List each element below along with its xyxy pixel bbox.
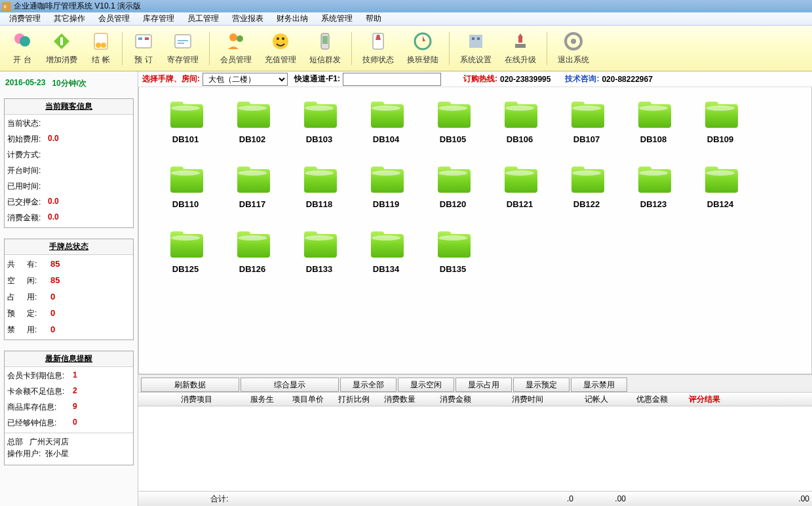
room-name: DB133 xyxy=(306,264,332,274)
menu-item[interactable]: 会员管理 xyxy=(92,12,136,26)
svg-point-32 xyxy=(305,106,334,111)
svg-rect-9 xyxy=(138,37,142,40)
menu-item[interactable]: 员工管理 xyxy=(181,12,225,26)
room-select[interactable]: 大包（二楼） xyxy=(203,73,288,86)
toolbar-button-exit[interactable]: 退出系统 xyxy=(552,28,594,68)
room-item[interactable]: DB119 xyxy=(353,164,419,209)
svg-point-46 xyxy=(639,170,668,176)
room-name: DB106 xyxy=(507,134,533,144)
toolbar-button-upgrade[interactable]: 在线升级 xyxy=(499,28,541,68)
folder-icon xyxy=(301,99,337,128)
customer-key: 开台时间: xyxy=(7,165,48,176)
folder-icon xyxy=(235,99,270,128)
hand-value: 0 xyxy=(50,324,55,336)
sum-label: 合计: xyxy=(154,494,285,505)
remind-row: 已经够钟信息:0 xyxy=(5,416,133,431)
col-time[interactable]: 消费时间 xyxy=(488,394,567,405)
main-toolbar: 开 台增加消费结 帐预 订寄存管理会员管理充值管理短信群发技师状态换班登陆系统设… xyxy=(0,26,812,71)
col-result[interactable]: 评分结果 xyxy=(678,394,731,405)
room-item[interactable]: DB125 xyxy=(152,229,219,274)
room-item[interactable]: DB120 xyxy=(419,164,486,209)
col-discount[interactable]: 优惠金额 xyxy=(626,394,678,405)
toolbar-button-settings[interactable]: 系统设置 xyxy=(455,28,497,68)
customer-row: 初始费用:0.0 xyxy=(5,132,133,147)
customer-row: 已用时间: xyxy=(5,179,133,195)
room-item[interactable]: DB106 xyxy=(486,99,553,144)
col-qty[interactable]: 消费数量 xyxy=(377,394,423,405)
toolbar-button-add[interactable]: 增加消费 xyxy=(41,28,83,68)
room-item[interactable]: DB117 xyxy=(219,164,286,209)
quick-input[interactable] xyxy=(343,73,441,86)
recharge-icon xyxy=(270,31,291,52)
svg-point-14 xyxy=(229,33,237,41)
toolbar-button-shift[interactable]: 换班登陆 xyxy=(402,28,444,68)
room-item[interactable]: DB118 xyxy=(286,164,353,209)
title-bar: 企业通咖啡厅管理系统 V10.1 演示版 xyxy=(0,0,812,12)
toolbar-label: 退出系统 xyxy=(558,54,589,66)
col-rate[interactable]: 打折比例 xyxy=(331,394,377,405)
data-header: 消费项目 服务生 项目单价 打折比例 消费数量 消费金额 消费时间 记帐人 优惠… xyxy=(138,392,812,406)
toolbar-label: 寄存管理 xyxy=(167,54,199,66)
col-price[interactable]: 项目单价 xyxy=(285,394,331,405)
room-item[interactable]: DB124 xyxy=(687,164,754,209)
room-item[interactable]: DB103 xyxy=(286,99,353,144)
room-item[interactable]: DB101 xyxy=(152,99,219,144)
room-item[interactable]: DB121 xyxy=(486,164,553,209)
room-name: DB108 xyxy=(640,134,667,144)
menu-item[interactable]: 帮助 xyxy=(359,12,388,26)
current-date: 2016-05-23 xyxy=(5,78,45,89)
hand-value: 0 xyxy=(50,292,55,303)
display-button[interactable]: 刷新数据 xyxy=(141,378,239,392)
toolbar-button-reserve[interactable]: 预 订 xyxy=(128,28,159,68)
folder-icon xyxy=(168,229,203,258)
toolbar-button-checkout[interactable]: 结 帐 xyxy=(85,28,117,68)
hand-row: 共有:85 xyxy=(5,256,133,273)
room-item[interactable]: DB123 xyxy=(620,164,687,209)
sum-qty: .0 xyxy=(442,494,573,503)
toolbar-button-tech[interactable]: 技师状态 xyxy=(357,28,399,68)
room-item[interactable]: DB107 xyxy=(553,99,620,144)
col-amount[interactable]: 消费金额 xyxy=(423,394,488,405)
room-item[interactable]: DB134 xyxy=(353,229,419,274)
col-waiter[interactable]: 服务生 xyxy=(239,394,285,405)
hand-row: 禁用:0 xyxy=(5,322,133,338)
display-button[interactable]: 综合显示 xyxy=(241,378,339,392)
menu-item[interactable]: 库存管理 xyxy=(136,12,181,26)
menu-item[interactable]: 系统管理 xyxy=(315,12,359,26)
remind-panel: 最新信息提醒 会员卡到期信息:1卡余额不足信息:2商品库存信息:9已经够钟信息:… xyxy=(4,351,134,465)
room-item[interactable]: DB108 xyxy=(620,99,687,144)
remind-key: 已经够钟信息: xyxy=(7,418,73,429)
room-item[interactable]: DB135 xyxy=(419,229,486,274)
room-name: DB117 xyxy=(239,199,265,209)
toolbar-button-open[interactable]: 开 台 xyxy=(7,28,38,68)
toolbar-button-recharge[interactable]: 充值管理 xyxy=(260,28,301,68)
toolbar-label: 短信群发 xyxy=(309,54,341,66)
hand-panel: 手牌总状态 共有:85空闲:85占用:0预定:0禁用:0 xyxy=(4,239,134,340)
display-button[interactable]: 显示禁用 xyxy=(571,378,627,392)
display-button[interactable]: 显示空闲 xyxy=(398,378,454,392)
room-item[interactable]: DB102 xyxy=(219,99,286,144)
menu-item[interactable]: 其它操作 xyxy=(47,12,92,26)
menu-item[interactable]: 消费管理 xyxy=(3,12,47,26)
col-item[interactable]: 消费项目 xyxy=(154,394,239,405)
hand-value: 85 xyxy=(50,259,60,270)
folder-icon xyxy=(502,99,537,128)
folder-icon xyxy=(502,164,537,193)
room-item[interactable]: DB126 xyxy=(219,229,286,274)
room-item[interactable]: DB133 xyxy=(286,229,353,274)
room-item[interactable]: DB105 xyxy=(419,99,486,144)
toolbar-button-sms[interactable]: 短信群发 xyxy=(304,28,346,68)
toolbar-button-member[interactable]: 会员管理 xyxy=(215,28,257,68)
room-item[interactable]: DB110 xyxy=(152,164,219,209)
display-button[interactable]: 显示占用 xyxy=(455,378,512,392)
col-acct[interactable]: 记帐人 xyxy=(567,394,626,405)
room-item[interactable]: DB104 xyxy=(353,99,419,144)
display-button[interactable]: 显示预定 xyxy=(513,378,570,392)
toolbar-label: 换班登陆 xyxy=(407,54,438,66)
menu-item[interactable]: 营业报表 xyxy=(225,12,270,26)
display-button[interactable]: 显示全部 xyxy=(340,378,396,392)
toolbar-button-deposit[interactable]: 寄存管理 xyxy=(162,28,204,68)
room-item[interactable]: DB109 xyxy=(687,99,754,144)
room-item[interactable]: DB122 xyxy=(553,164,620,209)
menu-item[interactable]: 财务出纳 xyxy=(270,12,315,26)
